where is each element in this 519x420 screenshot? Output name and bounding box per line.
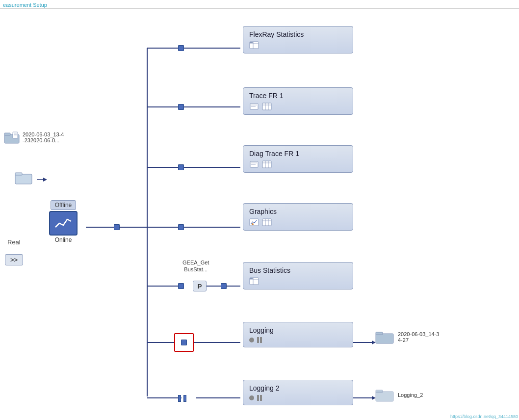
logging-title: Logging: [249, 326, 347, 334]
logging2-folder-icon: [375, 388, 394, 402]
connector-tracefr1: [178, 104, 184, 110]
logging2-pause-btn[interactable]: [257, 395, 262, 401]
arrow-button[interactable]: >>: [5, 254, 23, 265]
online-graph-icon: [53, 215, 73, 231]
svg-marker-23: [43, 178, 47, 182]
real-label: Real: [7, 238, 21, 246]
graphics-icon1: [249, 218, 259, 226]
svg-rect-29: [15, 174, 32, 184]
svg-rect-59: [376, 334, 393, 343]
trace-icon2: [262, 103, 272, 110]
connector-online-out: [114, 224, 120, 230]
connector-logging-inner: [181, 340, 187, 345]
table-icon-flexray: [249, 41, 259, 49]
geea-label: GEEA_GetBusStat...: [182, 259, 209, 273]
small-folder-icon: [15, 171, 32, 186]
left-date-label1: 2020-06-03_13-4: [23, 131, 64, 137]
connector-busstat-right: [221, 283, 227, 289]
logging-date1: 2020-06-03_14-3: [398, 331, 439, 337]
offline-label: Offline: [51, 200, 76, 210]
trace-fr1-node[interactable]: Trace FR 1: [243, 87, 353, 115]
left-date-label2: -232020-06-0...: [23, 137, 64, 143]
connector-graphics: [178, 224, 184, 230]
logging-controls: [249, 337, 347, 343]
logging-pause-btn[interactable]: [257, 337, 262, 343]
connector-logging-red: [174, 333, 194, 352]
logging2-controls: [249, 395, 347, 401]
diag-icon1: [249, 160, 259, 168]
setup-link[interactable]: easurement Setup: [3, 2, 47, 8]
logging2-record-dot[interactable]: [249, 395, 254, 400]
folder-icon-left: [4, 131, 20, 144]
svg-rect-51: [262, 219, 271, 226]
tracefr1-icons: [249, 103, 347, 110]
connector-busstat-left: [178, 283, 184, 289]
logging2-title: Logging 2: [249, 384, 347, 392]
svg-rect-58: [250, 278, 253, 279]
busstat-title: Bus Statistics: [249, 266, 347, 274]
logging-record-dot[interactable]: [249, 338, 254, 342]
svg-rect-25: [4, 133, 10, 135]
top-bar: easurement Setup: [0, 0, 519, 9]
watermark: https://blog.csdn.net/qq_34414580: [450, 414, 518, 419]
flexray-statistics-node[interactable]: FlexRay Statistics: [243, 26, 353, 53]
online-icon[interactable]: [49, 211, 78, 236]
flexray-icons: [249, 41, 347, 49]
graphics-icon2: [262, 218, 272, 226]
busstat-icon: [249, 277, 259, 285]
svg-rect-62: [376, 390, 383, 393]
diag-icon2: [262, 160, 272, 168]
diagtrace-icons: [249, 160, 347, 168]
p-block: P: [193, 281, 207, 291]
svg-rect-60: [376, 332, 383, 335]
svg-rect-38: [262, 103, 271, 110]
diag-trace-fr1-node[interactable]: Diag Trace FR 1: [243, 145, 353, 173]
graphics-icons: [249, 218, 347, 226]
left-file-item: 2020-06-03_13-4 -232020-06-0...: [4, 131, 64, 144]
svg-rect-61: [376, 392, 393, 401]
logging2-node[interactable]: Logging 2: [243, 380, 353, 405]
logging2-label: Logging_2: [398, 392, 423, 398]
graphics-node[interactable]: Graphics: [243, 203, 353, 231]
online-offline-block: Offline Online: [49, 200, 78, 243]
connector-flexray: [178, 45, 184, 51]
svg-rect-30: [15, 173, 22, 175]
logging-date2: 4-27: [398, 337, 439, 343]
svg-point-50: [252, 223, 254, 225]
svg-rect-45: [262, 161, 271, 168]
tracefr1-title: Trace FR 1: [249, 92, 347, 100]
connector-logging2: [178, 395, 186, 402]
trace-icon1: [249, 103, 259, 110]
diagtrace-title: Diag Trace FR 1: [249, 150, 347, 158]
main-canvas: 2020-06-03_13-4 -232020-06-0... Offline …: [0, 9, 519, 420]
bus-statistics-node[interactable]: Bus Statistics: [243, 262, 353, 289]
busstat-icons: [249, 277, 347, 285]
svg-rect-34: [250, 42, 253, 43]
svg-rect-26: [13, 132, 18, 138]
logging-output: 2020-06-03_14-3 4-27: [375, 330, 439, 344]
connector-diagtrace: [178, 164, 184, 170]
logging-node[interactable]: Logging: [243, 322, 353, 347]
graphics-title: Graphics: [249, 208, 347, 215]
logging-folder-icon: [375, 330, 394, 344]
online-label: Online: [55, 236, 72, 243]
flexray-title: FlexRay Statistics: [249, 30, 347, 38]
logging2-output: Logging_2: [375, 388, 423, 402]
